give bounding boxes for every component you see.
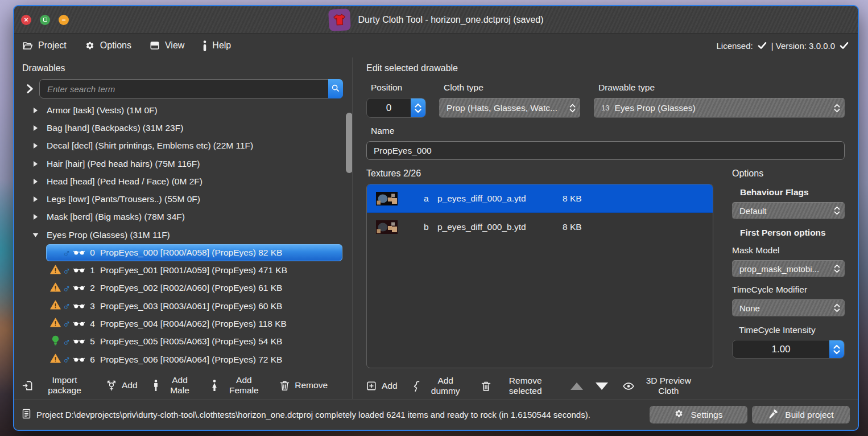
license-status: Licensed: | Version: 3.0.0.0 <box>716 41 849 51</box>
texture-filename: p_eyes_diff_000_a.ytd <box>437 194 556 204</box>
timecycle-intensity-stepper[interactable]: 1.00 <box>732 340 845 359</box>
minimize-button[interactable]: − <box>59 15 69 25</box>
maximize-button[interactable] <box>40 15 50 25</box>
status-slot <box>48 300 62 312</box>
drawable-item-row[interactable]: ♂ 0 PropEyes_000 [R000/A058] (PropEyes) … <box>46 244 342 261</box>
preview-cloth-label: 3D Preview Cloth <box>639 376 698 396</box>
timecycle-modifier-select[interactable]: None <box>732 299 845 316</box>
drawable-items: ♂ 0 PropEyes_000 [R000/A058] (PropEyes) … <box>22 244 343 368</box>
texture-row[interactable]: a p_eyes_diff_000_a.ytd 8 KB <box>367 184 713 213</box>
menu-help[interactable]: Help <box>202 40 231 51</box>
remove-label: Remove <box>295 380 328 390</box>
drawable-group-row[interactable]: Head [head] (Ped Head / Face) (0M 2F) <box>22 172 343 190</box>
add-female-label: Add Female <box>223 375 264 396</box>
texture-add-button[interactable]: Add <box>366 381 398 391</box>
tree-scrollbar[interactable] <box>346 113 352 173</box>
drawable-item-row[interactable]: ♂ 2 PropEyes_002 [R002/A060] (PropEyes) … <box>46 279 342 297</box>
item-index: 2 <box>90 283 95 293</box>
window-title: Durty Cloth Tool - horizon_one.dctproj (… <box>358 15 543 25</box>
drawable-group-row[interactable]: Hair [hair] (Ped head hairs) (75M 116F) <box>22 155 343 172</box>
position-spin-buttons[interactable] <box>411 98 425 117</box>
maximize-icon <box>43 18 47 22</box>
menu-view[interactable]: View <box>150 40 184 51</box>
drawable-type-select[interactable]: 13 Eyes Prop (Glasses) <box>594 98 845 118</box>
settings-button[interactable]: Settings <box>650 406 747 423</box>
status-slot <box>48 282 62 294</box>
editor-title: Edit selected drawable <box>366 63 845 73</box>
build-project-label: Build project <box>785 410 833 420</box>
texture-letter: b <box>424 222 434 232</box>
add-male-label: Add Male <box>164 375 196 396</box>
timecycle-intensity-spin-buttons[interactable] <box>829 340 844 358</box>
item-label: PropEyes_001 [R001/A059] (PropEyes) 471 … <box>100 265 287 275</box>
drawable-item-row[interactable]: ♂ 5 PropEyes_005 [R005/A063] (PropEyes) … <box>46 333 342 351</box>
add-female-button[interactable]: Add Female <box>211 375 264 396</box>
remove-selected-button[interactable]: Remove selected <box>481 376 555 396</box>
add-dummy-button[interactable]: Add dummy <box>413 376 466 396</box>
menu-options[interactable]: Options <box>85 40 131 51</box>
remove-selected-label: Remove selected <box>496 376 555 396</box>
position-stepper[interactable]: 0 <box>366 98 426 118</box>
texture-row[interactable]: b p_eyes_diff_000_b.ytd 8 KB <box>367 213 713 241</box>
cloth-type-label: Cloth type <box>439 83 580 93</box>
drawable-group-row[interactable]: Mask [berd] (Big masks) (78M 34F) <box>22 208 343 226</box>
add-button[interactable]: Add <box>106 380 138 391</box>
group-label: Decal [decl] (Shirt printings, Emblems e… <box>47 141 253 151</box>
name-field[interactable] <box>366 141 845 160</box>
window-controls: × − <box>21 15 69 25</box>
drawable-item-row[interactable]: ♂ 6 PropEyes_006 [R006/A064] (PropEyes) … <box>46 351 342 368</box>
search-button[interactable] <box>328 79 343 98</box>
move-down-button[interactable] <box>596 382 608 390</box>
expand-arrow-icon[interactable] <box>33 233 39 237</box>
collapse-all-button[interactable] <box>22 84 37 94</box>
drawable-group-row[interactable]: Bag [hand] (Backpacks) (31M 23F) <box>22 119 343 137</box>
hammer-icon <box>768 409 778 421</box>
male-icon: ♂ <box>63 265 71 276</box>
drawable-group-row[interactable]: Decal [decl] (Shirt printings, Emblems e… <box>22 137 343 155</box>
expand-arrow-icon[interactable] <box>34 214 38 220</box>
menu-project[interactable]: Project <box>22 40 67 51</box>
cloth-type-select[interactable]: Prop (Hats, Glasses, Watc... <box>439 98 580 118</box>
remove-button[interactable]: Remove <box>280 380 328 391</box>
drawable-group-row[interactable]: Legs [lowr] (Pants/Trousers..) (55M 0F) <box>22 190 343 208</box>
texture-thumbnail <box>376 220 398 234</box>
preview-cloth-button[interactable]: 3D Preview Cloth <box>623 376 698 396</box>
title-bar[interactable]: × − Durty Cloth Tool - horizon_one.dctpr… <box>14 6 858 34</box>
male-person-icon <box>153 380 159 391</box>
glasses-icon <box>73 321 85 327</box>
expand-arrow-icon[interactable] <box>34 108 38 113</box>
eye-icon <box>623 382 634 390</box>
drawable-group-row[interactable]: Eyes Prop (Glasses) (31M 11F) <box>22 226 343 244</box>
timecycle-intensity-label: TimeCycle Intensity <box>739 325 845 335</box>
drawable-item-row[interactable]: ♂ 4 PropEyes_004 [R004/A062] (PropEyes) … <box>46 315 342 332</box>
search-icon <box>331 84 340 94</box>
position-value[interactable]: 0 <box>367 98 411 117</box>
timecycle-intensity-value[interactable]: 1.00 <box>733 340 829 358</box>
textures-title: Textures 2/26 <box>366 168 713 179</box>
behaviour-flags-label: Behaviour Flags <box>740 187 845 198</box>
expand-arrow-icon[interactable] <box>34 143 38 149</box>
status-slot <box>48 353 62 365</box>
expand-arrow-icon[interactable] <box>34 125 38 131</box>
mask-model-select[interactable]: prop_mask_motobi... <box>732 260 845 277</box>
expand-arrow-icon[interactable] <box>34 161 38 167</box>
drawables-tree: Armor [task] (Vests) (1M 0F) Bag [hand] … <box>22 101 352 372</box>
licensed-label: Licensed: <box>716 41 753 51</box>
behaviour-flags-select[interactable]: Default <box>732 202 845 219</box>
drawable-group-row[interactable]: Armor [task] (Vests) (1M 0F) <box>22 101 343 119</box>
texture-thumbnail <box>376 192 398 205</box>
drawable-item-row[interactable]: ♂ 3 PropEyes_003 [R003/A061] (PropEyes) … <box>46 297 342 315</box>
add-male-button[interactable]: Add Male <box>153 375 196 396</box>
textures-section: Textures 2/26 a p_eyes_diff_000_a.ytd <box>366 168 713 399</box>
search-input[interactable] <box>39 79 343 98</box>
options-panel: Options Behaviour Flags Default First Pe… <box>732 168 845 399</box>
build-project-button[interactable]: Build project <box>752 406 850 423</box>
expand-arrow-icon[interactable] <box>34 196 38 202</box>
expand-arrow-icon[interactable] <box>34 179 38 184</box>
import-package-button[interactable]: Import package <box>22 375 91 396</box>
close-button[interactable]: × <box>21 15 31 25</box>
move-up-button[interactable] <box>571 382 583 390</box>
texture-add-label: Add <box>382 381 398 391</box>
male-icon: ♂ <box>63 283 71 294</box>
drawable-item-row[interactable]: ♂ 1 PropEyes_001 [R001/A059] (PropEyes) … <box>46 261 342 279</box>
